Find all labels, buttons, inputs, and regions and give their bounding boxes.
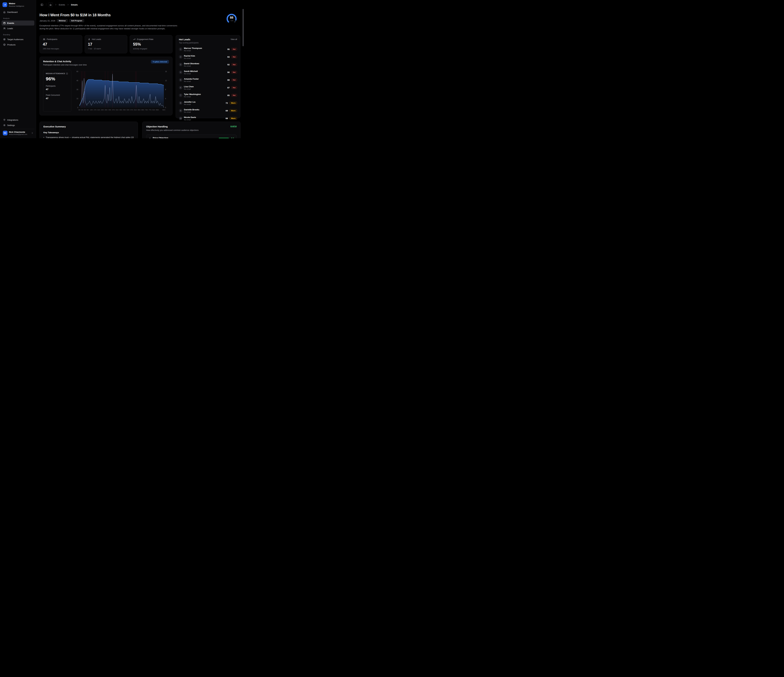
lead-row[interactable]: 7Tyler WashingtonNo email85Hot <box>179 92 237 99</box>
svg-text:21m: 21m <box>97 109 100 111</box>
lead-name: Jennifer Liu <box>184 101 224 103</box>
sidebar-item-label: Leads <box>7 27 13 30</box>
lead-row[interactable]: 4Sarah MitchellNo email90Hot <box>179 68 237 76</box>
key-takeaways-label: Key Takeaways <box>44 131 134 134</box>
user-name: Nick Chiarmonte <box>9 131 27 134</box>
lead-email: No email <box>184 119 224 121</box>
executive-summary-card: Executive Summary Key Takeaways • Transp… <box>39 122 138 138</box>
svg-text:29m: 29m <box>104 109 107 111</box>
sidebar-toggle-button[interactable] <box>39 2 44 7</box>
lead-rank: 8 <box>179 101 182 105</box>
lead-name: Nicole Davis <box>184 116 224 118</box>
user-menu[interactable]: NC Nick Chiarmonte nickycmonte@gmail.com <box>2 129 34 137</box>
sidebar-item-products[interactable]: Products <box>2 42 34 47</box>
sidebar-item-label: Events <box>7 22 14 24</box>
participants-value: 47 <box>46 88 69 90</box>
sidebar-item-settings[interactable]: Settings <box>2 123 34 128</box>
svg-text:45m: 45m <box>119 109 122 111</box>
objection-item-price[interactable]: Price Objection "It costs too much" — va… <box>146 135 236 138</box>
retention-card: Retention & Chat Activity Participant re… <box>39 57 173 115</box>
scrollbar-thumb[interactable] <box>243 9 244 46</box>
event-meta: January 15, 2026 Webinar Sell Program <box>39 19 181 22</box>
lead-row[interactable]: 3David OkonkwoNo email92Hot <box>179 61 237 68</box>
median-label: MEDIAN ATTENDANCE <box>46 73 65 75</box>
gear-icon <box>3 124 6 126</box>
left-column: Participants 47 248 chat messages Hot Le… <box>39 35 173 118</box>
sidebar-item-leads[interactable]: Leads <box>2 26 34 31</box>
svg-text:0: 0 <box>77 107 78 109</box>
lead-rank: 2 <box>179 55 182 59</box>
svg-text:6m: 6m <box>84 109 86 111</box>
lead-rank: 7 <box>179 93 182 97</box>
lead-row[interactable]: 10Nicole DavisNo email68Warm <box>179 115 237 122</box>
svg-text:25m: 25m <box>101 109 104 111</box>
lead-name: Rachel Kim <box>184 55 226 57</box>
svg-text:77m: 77m <box>149 109 152 111</box>
home-icon <box>3 11 6 13</box>
svg-text:81m: 81m <box>152 109 156 111</box>
stat-value: 47 <box>43 42 79 47</box>
lead-name: Amanda Foster <box>184 78 226 80</box>
user-email: nickycmonte@gmail.com <box>9 134 27 135</box>
svg-text:69m: 69m <box>141 109 144 111</box>
sidebar-item-dashboard[interactable]: Dashboard <box>2 9 34 15</box>
lead-tier-badge: Hot <box>231 94 237 97</box>
users-icon <box>43 38 45 40</box>
info-icon[interactable]: ⓘ <box>66 73 68 75</box>
sidebar-item-target-audiences[interactable]: Target Audiences <box>2 37 34 42</box>
lead-score: 93 <box>227 56 230 58</box>
breadcrumb-home-button[interactable] <box>48 2 53 7</box>
sidebar-item-integrations[interactable]: Integrations <box>2 117 34 123</box>
lead-email: No email <box>184 96 226 98</box>
score-gauge: 88 / 100 <box>225 14 238 24</box>
svg-text:16: 16 <box>165 71 167 72</box>
event-program-badge: Sell Program <box>69 19 84 22</box>
takeaway-item: • Transparency drives trust — showing ac… <box>44 136 134 138</box>
stat-card-engagement: Engagement Rate 55% actively engaged <box>130 35 173 53</box>
lead-row[interactable]: 2Rachel KimNo email93Hot <box>179 53 237 61</box>
lead-email: No email <box>184 103 224 105</box>
lead-rank: 3 <box>179 63 182 66</box>
chevron-down-icon[interactable] <box>149 137 151 138</box>
stats-row: Participants 47 248 chat messages Hot Le… <box>39 35 173 53</box>
retention-chart: 01530456004812160m3m6m9m13m17m21m25m29m3… <box>75 70 169 112</box>
lead-row[interactable]: 8Jennifer LiuNo email72Warm <box>179 99 237 107</box>
hot-leads-subtitle: Top scoring participants <box>179 42 237 44</box>
breadcrumb-events[interactable]: Events <box>59 4 65 6</box>
svg-text:33m: 33m <box>108 109 111 111</box>
lead-rank: 6 <box>179 86 182 89</box>
lead-email: No email <box>184 57 226 59</box>
lead-row[interactable]: 1Marcus ThompsonNo email95Hot <box>179 45 237 53</box>
objection-item-title: Price Objection <box>153 137 204 138</box>
logo-icon <box>3 2 7 7</box>
lead-rank: 10 <box>179 116 182 120</box>
sidebar-item-label: Products <box>7 43 16 46</box>
lead-email: No email <box>184 111 224 113</box>
spikes-badge: 9 spikes detected <box>151 60 169 64</box>
view-all-link[interactable]: View all <box>231 38 237 40</box>
lead-tier-badge: Warm <box>229 109 237 112</box>
hot-leads-list: 1Marcus ThompsonNo email95Hot2Rachel Kim… <box>179 45 237 122</box>
svg-text:41m: 41m <box>116 109 119 111</box>
lead-row[interactable]: 6Lisa ChenNo email87Hot <box>179 84 237 92</box>
calendar-icon <box>3 22 6 24</box>
stat-label: Engagement Rate <box>137 38 153 40</box>
objection-score: 8.6/10 <box>230 125 236 128</box>
lead-row[interactable]: 9Danielle BrooksNo email69Warm <box>179 107 237 115</box>
stat-value: 17 <box>88 42 124 47</box>
executive-summary-title: Executive Summary <box>44 125 134 128</box>
svg-text:45: 45 <box>76 80 78 81</box>
sidebar-nav: Dashboard Analysis Events Leads Branding… <box>0 9 36 48</box>
sidebar-item-events[interactable]: Events <box>2 20 34 26</box>
lead-score: 68 <box>226 117 228 120</box>
event-date: January 15, 2026 <box>39 20 55 22</box>
lead-row[interactable]: 5Amanda FosterNo email88Hot <box>179 76 237 84</box>
lead-name: Tyler Washington <box>184 93 226 95</box>
lead-score: 95 <box>227 48 230 50</box>
box-icon <box>3 43 6 46</box>
svg-text:3m: 3m <box>81 109 83 111</box>
objection-handling-card: Objection Handling 8.6/10 How effectivel… <box>142 122 241 138</box>
stat-label: Hot Leads <box>92 38 101 40</box>
nav-section-analysis: Analysis <box>2 15 34 20</box>
nav-section-branding: Branding <box>2 31 34 37</box>
